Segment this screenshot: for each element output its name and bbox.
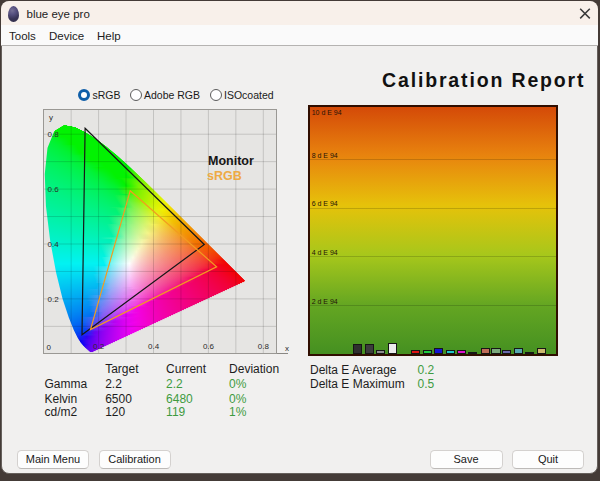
svg-text:0.2: 0.2 bbox=[93, 342, 105, 351]
svg-text:0: 0 bbox=[47, 343, 52, 352]
svg-text:0.8: 0.8 bbox=[258, 342, 270, 351]
svg-text:0.4: 0.4 bbox=[148, 342, 160, 351]
svg-text:0.8: 0.8 bbox=[48, 130, 60, 139]
svg-text:0.6: 0.6 bbox=[48, 185, 60, 194]
svg-text:0.4: 0.4 bbox=[48, 240, 60, 249]
svg-text:0.2: 0.2 bbox=[48, 295, 60, 304]
svg-text:0.6: 0.6 bbox=[203, 342, 215, 351]
svg-text:y: y bbox=[49, 113, 53, 122]
